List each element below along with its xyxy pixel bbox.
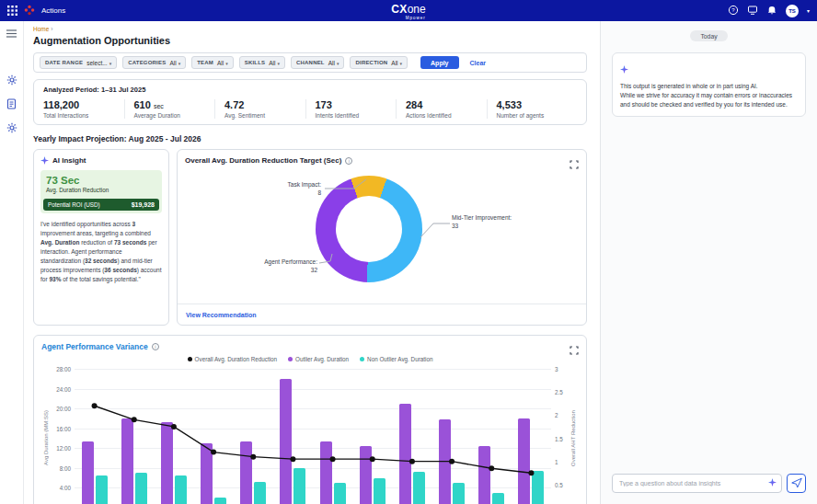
today-badge: Today — [690, 30, 727, 41]
filter-categories[interactable]: CATEGORIES All — [122, 56, 186, 69]
duration-donut[interactable] — [316, 176, 422, 282]
roi-label: Potential ROI (USD) — [48, 201, 100, 208]
app-launcher-icon[interactable] — [7, 3, 17, 19]
stat-avg-sentiment: 4.72 Avg. Sentiment — [214, 99, 305, 119]
roi-bar: Potential ROI (USD) $19,928 — [43, 199, 159, 211]
legend-overall-reduction: Overall Avg. Duration Reduction — [188, 356, 278, 362]
app-window: Actions CXone Mpower ? TS — [0, 0, 817, 504]
legend-marker — [288, 357, 293, 361]
rail-settings-gear-icon[interactable] — [6, 121, 17, 133]
topbar: Actions CXone Mpower ? TS — [0, 0, 817, 21]
apply-button[interactable]: Apply — [420, 56, 458, 69]
insights-question-input[interactable] — [612, 474, 782, 493]
ai-insight-body: I've identified opportunities across 3 i… — [40, 220, 162, 284]
analyzed-period-card: Analyzed Period: 1–31 Jul 2025 118,200 T… — [33, 79, 587, 125]
disclaimer-line2: While we strive for accuracy it may cont… — [620, 91, 798, 109]
agent-performance-variance-card: Agent Performance Variance Overall Avg. … — [33, 335, 587, 504]
y-axis-right-title: Overall AHT Reduction — [568, 369, 579, 504]
analyzed-period-title: Analyzed Period: 1–31 Jul 2025 — [43, 86, 577, 94]
cxone-logo: CXone Mpower — [391, 1, 425, 21]
reduction-label: Avg. Duration Reduction — [46, 187, 156, 193]
ai-sparkle-icon — [40, 156, 49, 165]
variance-card-title: Agent Performance Variance — [41, 342, 148, 351]
filter-skills[interactable]: SKILLS All — [239, 56, 285, 69]
legend-marker — [360, 357, 364, 361]
expand-icon[interactable] — [570, 156, 579, 173]
actions-logo-icon — [24, 3, 35, 19]
rail-automation-gear-icon[interactable] — [6, 74, 17, 86]
main-content: Home› Augmentation Opportunities DATE RA… — [24, 21, 600, 504]
info-icon[interactable] — [345, 157, 352, 165]
stat-intents-identified: 173 Intents Identified — [305, 99, 397, 119]
legend-marker — [188, 357, 192, 361]
ai-insight-title: AI Insight — [52, 156, 86, 165]
rail-docs-icon[interactable] — [6, 97, 17, 109]
user-avatar[interactable]: TS — [786, 5, 799, 17]
legend-outlier-duration: Outlier Avg. Duration — [288, 356, 349, 362]
notifications-bell-icon[interactable] — [766, 3, 777, 19]
app-title[interactable]: Actions — [41, 6, 65, 15]
filter-team[interactable]: TEAM All — [191, 56, 234, 69]
variance-axis-right: 32.521.510.50 — [551, 369, 568, 504]
donut-card-title: Overall Avg. Duration Reduction Target (… — [185, 156, 341, 165]
rail-menu-icon[interactable] — [6, 28, 17, 40]
left-rail — [0, 21, 24, 504]
donut-label-task-impact: Task Impact:8 — [273, 181, 321, 198]
ai-assistant-panel: Today This output is generated in whole … — [600, 21, 817, 504]
projection-heading: Yearly Impact Projection: Aug 2025 - Jul… — [33, 134, 587, 143]
send-button[interactable] — [787, 474, 806, 493]
feedback-icon[interactable] — [747, 3, 758, 19]
help-icon[interactable]: ? — [728, 3, 739, 19]
svg-text:?: ? — [731, 7, 735, 13]
disclaimer-line1: This output is generated in whole or in … — [620, 82, 798, 91]
view-recommendation-link[interactable]: View Recommendation — [186, 312, 257, 318]
stat-actions-identified: 284 Actions Identified — [396, 99, 487, 119]
expand-icon[interactable] — [570, 342, 579, 359]
roi-value: $19,928 — [132, 201, 155, 208]
clear-button[interactable]: Clear — [470, 60, 487, 66]
reduction-highlight: 73 Sec Avg. Duration Reduction Potential… — [40, 170, 162, 213]
filter-channel[interactable]: CHANNEL All — [291, 56, 344, 69]
user-menu-caret-icon[interactable] — [807, 7, 810, 14]
breadcrumb-home-link[interactable]: Home — [33, 26, 49, 32]
donut-label-mid-tier: Mid-Tier Improvement:33 — [452, 214, 512, 231]
filter-bar: DATE RANGE select... CATEGORIES All TEAM… — [33, 52, 587, 73]
breadcrumb: Home› — [33, 26, 587, 32]
ai-insight-card: AI Insight 73 Sec Avg. Duration Reductio… — [33, 149, 169, 326]
y-axis-left-title: Avg Duration (MM:SS) — [41, 369, 51, 504]
variance-chart: Avg Duration (MM:SS) 28:0024:0020:0016:0… — [41, 369, 579, 504]
stat-average-duration: 610 sec Average Duration — [124, 99, 215, 119]
info-icon[interactable] — [152, 343, 159, 350]
filter-date-range[interactable]: DATE RANGE select... — [40, 56, 117, 69]
stat-total-interactions: 118,200 Total Interactions — [43, 99, 124, 119]
variance-legend: Overall Avg. Duration Reduction Outlier … — [41, 356, 579, 362]
send-plane-icon — [791, 477, 802, 488]
filter-direction[interactable]: DIRECTION All — [350, 56, 408, 69]
ai-disclaimer-card: This output is generated in whole or in … — [612, 52, 806, 117]
stat-number-of-agents: 4,533 Number of agents — [487, 99, 578, 119]
variance-axis-left: 28:0024:0020:0016:0012:008:004:000:00 — [51, 369, 75, 504]
legend-non-outlier-duration: Non Outlier Avg. Duration — [360, 356, 432, 362]
duration-reduction-card: Overall Avg. Duration Reduction Target (… — [177, 149, 587, 326]
donut-label-agent-performance: Agent Performance:32 — [262, 258, 317, 275]
ai-sparkle-icon — [620, 65, 628, 74]
variance-plot[interactable] — [75, 369, 551, 504]
ask-insights-row — [612, 473, 806, 493]
page-title: Augmentation Opportunities — [33, 35, 587, 46]
reduction-value: 73 Sec — [46, 175, 156, 186]
